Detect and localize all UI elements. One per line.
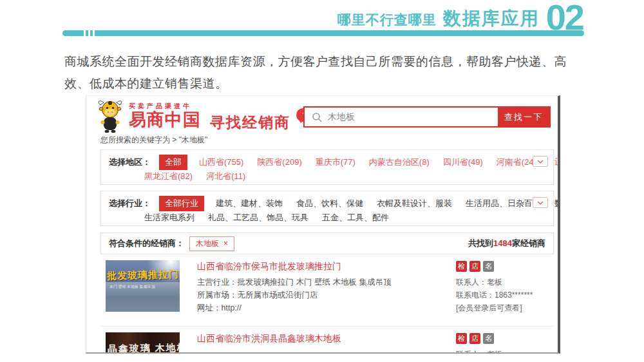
industry-filter-link[interactable]: 生活家电系列 (144, 212, 194, 224)
search-icon (312, 112, 322, 122)
results-label: 符合条件的经销商： (109, 238, 184, 249)
region-filter-link[interactable]: 河北省(11) (206, 171, 245, 182)
brand-slogan: 寻找经销商 (210, 113, 290, 133)
industry-filter-link[interactable]: 数码、电脑、POS机 (554, 198, 560, 209)
header-number: 02 (546, 3, 583, 32)
brand-name: 易商中国 (129, 111, 201, 130)
results-count: 1484 (493, 238, 512, 248)
industry-filter-box: 选择行业： 全部行业 建筑、建材、装饰食品、饮料、保健衣帽及鞋设计、服装生活用品… (100, 191, 554, 226)
industry-all-button[interactable]: 全部行业 (159, 196, 204, 211)
header-subtitle: 哪里不行查哪里 (337, 11, 437, 32)
dealer-detail-line: 所属市场：无所属市场或沿街门店 (197, 289, 391, 301)
close-icon[interactable]: × (223, 239, 228, 248)
contact-line: [会员登录后可查看] (456, 301, 533, 314)
keyword-tag-label: 木地板 (196, 238, 219, 249)
dealer-detail-line: 主营行业：批发玻璃推拉门 木门 壁纸 木地板 集成吊顶 (197, 276, 391, 289)
chevron-down-icon (537, 201, 544, 205)
industry-filter-link[interactable]: 衣帽及鞋设计、服装 (377, 198, 452, 209)
certification-badge: 检 (456, 261, 467, 272)
searched-keyword-line: 您所搜索的关键字为 > "木地板" (100, 135, 207, 146)
region-filter-link[interactable]: 重庆市(77) (316, 157, 355, 168)
bull-mascot-icon (95, 99, 125, 137)
industry-expand-button[interactable] (533, 197, 548, 208)
region-filter-link[interactable]: 山西省(755) (199, 157, 243, 168)
search-bar: 查找一下 (303, 106, 551, 128)
certification-badge: 名 (483, 261, 494, 272)
industry-filter-link[interactable]: 建筑、建材、装饰 (216, 198, 283, 209)
region-filter-link[interactable]: 内蒙古自治区(8) (369, 157, 430, 168)
accent-divider (62, 30, 584, 36)
region-filter-box: 选择地区： 全部 山西省(755)陕西省(209)重庆市(77)内蒙古自治区(8… (100, 149, 554, 185)
search-button[interactable]: 查找一下 (498, 108, 549, 126)
certification-badge: 店 (469, 261, 480, 272)
keyword-tag: 木地板 × (189, 236, 234, 251)
dealer-contact-info: 联系人：老板 (456, 348, 502, 354)
dealer-title-link[interactable]: 山西省临汾市侯马市批发玻璃推拉门 (197, 261, 341, 272)
region-filter-link[interactable]: 黑龙江省(82) (144, 171, 193, 182)
slide-header: 哪里不行查哪里 数据库应用 02 (337, 3, 583, 32)
region-all-button[interactable]: 全部 (159, 155, 187, 170)
header-title: 数据库应用 (443, 6, 540, 32)
contact-line: 联系人：老板 (456, 348, 502, 354)
certification-badge: 店 (469, 333, 480, 344)
region-filter-link[interactable]: 四川省(49) (443, 157, 483, 168)
results-bar: 符合条件的经销商： 木地板 × 共找到1484家经销商 (100, 233, 554, 254)
industry-filter-link[interactable]: 食品、饮料、保健 (296, 198, 363, 209)
dealer-badges: 检店名 (456, 333, 502, 344)
region-filter-link[interactable]: 辽宁省(50) (554, 157, 560, 168)
dealer-list-item: 批发玻璃推拉门 木门 壁纸 木地板 集成吊顶 山西省临汾市侯马市批发玻璃推拉门 … (86, 260, 558, 324)
site-logo[interactable]: 买卖产品渠道牛 易商中国 寻找经销商 ? (95, 99, 314, 137)
website-screenshot: 买卖产品渠道牛 易商中国 寻找经销商 ? 查找一下 您所搜索的关键字为 > "木… (86, 95, 560, 354)
dealer-contact-info: 联系人：老板联系电话：1863*******[会员登录后可查看] (456, 276, 533, 314)
contact-line: 联系人：老板 (456, 276, 533, 289)
region-filter-label: 选择地区： (109, 157, 151, 168)
certification-badge: 名 (483, 333, 494, 344)
industry-filter-link[interactable]: 五金、工具、配件 (322, 212, 389, 224)
search-input[interactable] (305, 108, 498, 126)
industry-filter-link[interactable]: 生活用品、日杂百货 (466, 198, 541, 209)
certification-badge: 检 (456, 333, 467, 344)
chevron-down-icon (537, 160, 544, 164)
slide-body-text: 商城系统全面开发经销商数据库资源，方便客户查找自己所需要的信息，帮助客户快递、高… (64, 51, 587, 95)
region-filter-link[interactable]: 陕西省(209) (257, 157, 301, 168)
logo-tagline: 买卖产品渠道牛 (129, 102, 192, 110)
dealer-list-item: 晶鑫玻璃 木地板 山西省临汾市洪洞县晶鑫玻璃木地板 检店名 联系人：老板 (86, 332, 558, 354)
dealer-detail-line: 网址：http:// (197, 301, 391, 314)
dealer-photo[interactable]: 批发玻璃推拉门 木门 壁纸 木地板 集成吊顶 (106, 260, 180, 312)
dealer-detail-lines: 主营行业：批发玻璃推拉门 木门 壁纸 木地板 集成吊顶所属市场：无所属市场或沿街… (197, 276, 391, 314)
dealer-badges: 检店名 (456, 261, 533, 272)
industry-filter-link[interactable]: 礼品、工艺品、饰品、玩具 (208, 212, 308, 224)
list-divider (100, 326, 554, 327)
results-summary: 共找到1484家经销商 (468, 238, 545, 249)
region-expand-button[interactable] (533, 156, 548, 167)
industry-filter-label: 选择行业： (109, 198, 151, 209)
dealer-photo[interactable]: 晶鑫玻璃 木地板 (106, 332, 180, 354)
dealer-title-link[interactable]: 山西省临汾市洪洞县晶鑫玻璃木地板 (197, 333, 341, 345)
contact-line: 联系电话：1863******* (456, 289, 533, 301)
